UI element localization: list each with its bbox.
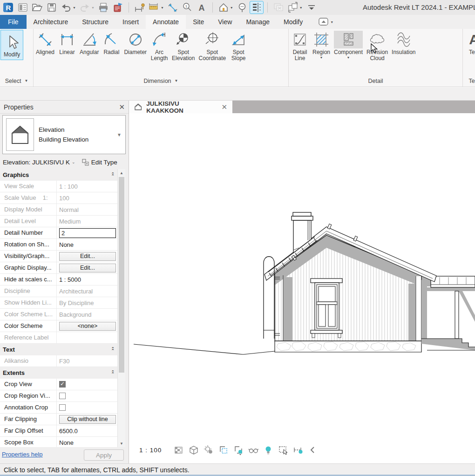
- pinned-dimension-button[interactable]: [133, 1, 146, 14]
- tab-structure[interactable]: Structure: [75, 15, 115, 29]
- panel-label-select[interactable]: Select▼: [0, 75, 33, 87]
- value-button[interactable]: <none>: [59, 322, 116, 331]
- property-value[interactable]: F30: [57, 355, 117, 367]
- property-value[interactable]: 2: [57, 227, 117, 238]
- value-checkbox[interactable]: [59, 393, 66, 399]
- property-value[interactable]: None: [57, 437, 117, 447]
- show-crop-region-icon[interactable]: [233, 445, 244, 455]
- property-value[interactable]: 1 : 100: [57, 181, 117, 192]
- tab-insert[interactable]: Insert: [115, 15, 146, 29]
- property-value[interactable]: None: [57, 239, 117, 250]
- home-button[interactable]: [16, 1, 29, 14]
- collapse-section-icon[interactable]: ⌃⌃: [111, 173, 115, 177]
- modify-button[interactable]: Modify: [1, 30, 23, 60]
- text-ribbon-button[interactable]: AText: [464, 30, 475, 55]
- region-button[interactable]: Region▼: [311, 30, 332, 59]
- tag-by-category-button[interactable]: 1: [181, 1, 194, 14]
- reveal-constraints-icon[interactable]: [293, 445, 303, 455]
- property-value[interactable]: [57, 390, 117, 401]
- scroll-up-icon[interactable]: ▲: [118, 169, 125, 177]
- thin-lines-button[interactable]: [250, 1, 263, 14]
- tab-file[interactable]: File: [0, 15, 27, 29]
- chevron-down-icon[interactable]: ⌄: [72, 160, 75, 164]
- property-value[interactable]: Edit...: [57, 262, 117, 273]
- value-button[interactable]: Edit...: [59, 252, 116, 261]
- customize-qat-button[interactable]: [305, 1, 318, 14]
- crop-view-icon[interactable]: [218, 445, 229, 455]
- tab-view[interactable]: View: [211, 15, 239, 29]
- view-scale[interactable]: 1 : 100: [139, 447, 162, 454]
- section-button[interactable]: [236, 1, 249, 14]
- detail-level-icon[interactable]: [174, 445, 184, 455]
- spot-coordinate-button[interactable]: Spot Coordinate: [197, 30, 227, 61]
- property-value[interactable]: Normal: [57, 204, 117, 215]
- edit-type-button[interactable]: Edit Type: [82, 159, 117, 166]
- radial-button[interactable]: Radial: [101, 30, 122, 55]
- linear-button[interactable]: Linear: [57, 30, 77, 55]
- property-value[interactable]: [57, 379, 117, 390]
- scroll-down-icon[interactable]: ▼: [118, 440, 125, 447]
- switch-windows-button[interactable]: ▼: [286, 1, 304, 14]
- section-header-graphics[interactable]: Graphics⌃⌃: [0, 169, 117, 181]
- dropdown-caret-icon[interactable]: ▼: [175, 79, 178, 83]
- instance-selector[interactable]: Elevation: JULKISIVU K: [3, 159, 70, 166]
- open-button[interactable]: [31, 1, 44, 14]
- angular-button[interactable]: Angular: [78, 30, 100, 55]
- print-button[interactable]: [97, 1, 110, 14]
- chevron-down-icon[interactable]: ▼: [117, 132, 122, 137]
- dropdown-caret-icon[interactable]: ▼: [24, 79, 28, 83]
- drawing-canvas[interactable]: 1 : 100: [129, 113, 475, 463]
- property-value[interactable]: [57, 332, 117, 343]
- apply-button[interactable]: Apply: [84, 449, 124, 461]
- measure-button[interactable]: ▼: [148, 1, 165, 14]
- properties-help-link[interactable]: Properties help: [2, 451, 42, 458]
- collapse-section-icon[interactable]: ⌃⌃: [111, 371, 115, 375]
- property-value[interactable]: Architectural: [57, 286, 117, 297]
- type-selector[interactable]: Elevation Building Elevation ▼: [2, 115, 126, 154]
- property-value[interactable]: Edit...: [57, 251, 117, 262]
- insulation-button[interactable]: Insulation: [390, 30, 417, 55]
- temporary-view-properties-icon[interactable]: [278, 445, 288, 455]
- value-button[interactable]: Clip without line: [59, 415, 116, 424]
- spot-slope-button[interactable]: Spot Slope: [228, 30, 249, 61]
- property-value[interactable]: [57, 402, 117, 413]
- properties-scrollbar[interactable]: ▲ ▼: [117, 169, 125, 447]
- property-value[interactable]: 1 : 5000: [57, 274, 117, 285]
- dropdown-caret-icon[interactable]: ▼: [299, 6, 303, 9]
- tab-annotate[interactable]: Annotate: [146, 15, 186, 29]
- save-button[interactable]: [45, 1, 58, 14]
- property-value[interactable]: <none>: [57, 320, 117, 332]
- undo-button[interactable]: ▼: [60, 1, 77, 14]
- aligned-button[interactable]: Aligned: [34, 30, 56, 55]
- property-value[interactable]: By Discipline: [57, 297, 117, 308]
- tab-manage[interactable]: Manage: [239, 15, 277, 29]
- sun-path-icon[interactable]: [204, 445, 214, 455]
- revision-cloud-button[interactable]: Revision Cloud: [365, 30, 389, 61]
- diameter-button[interactable]: Diameter: [122, 30, 148, 55]
- value-checkbox[interactable]: [59, 381, 66, 388]
- temporary-hide-isolate-icon[interactable]: [248, 445, 258, 455]
- property-value[interactable]: Clip without line: [57, 414, 117, 425]
- component-button[interactable]: Component▼: [332, 30, 364, 59]
- property-value[interactable]: 100: [57, 192, 117, 204]
- dropdown-caret-icon[interactable]: ▼: [161, 6, 164, 9]
- transfer-button[interactable]: [111, 1, 124, 14]
- value-edit-field[interactable]: 2: [59, 228, 116, 238]
- dropdown-caret-icon[interactable]: ▼: [347, 56, 350, 59]
- panel-label-dimension[interactable]: Dimension▼: [34, 75, 288, 87]
- property-value[interactable]: 6500.0: [57, 425, 117, 436]
- reveal-hidden-elements-icon[interactable]: [263, 445, 273, 455]
- property-value[interactable]: Background: [57, 309, 117, 320]
- close-icon[interactable]: ✕: [119, 103, 125, 111]
- dropdown-caret-icon[interactable]: ▼: [320, 56, 323, 59]
- dropdown-caret-icon[interactable]: ▼: [330, 20, 333, 24]
- close-icon[interactable]: ✕: [221, 103, 227, 111]
- tab-site[interactable]: Site: [186, 15, 211, 29]
- scrollbar-thumb[interactable]: [119, 177, 124, 373]
- property-value[interactable]: Medium: [57, 216, 117, 227]
- close-inactive-button[interactable]: [272, 1, 285, 14]
- value-checkbox[interactable]: [59, 404, 66, 411]
- value-button[interactable]: Edit...: [59, 264, 116, 272]
- section-header-text[interactable]: Text⌃⌃: [0, 344, 117, 355]
- tab-modify[interactable]: Modify: [277, 15, 310, 29]
